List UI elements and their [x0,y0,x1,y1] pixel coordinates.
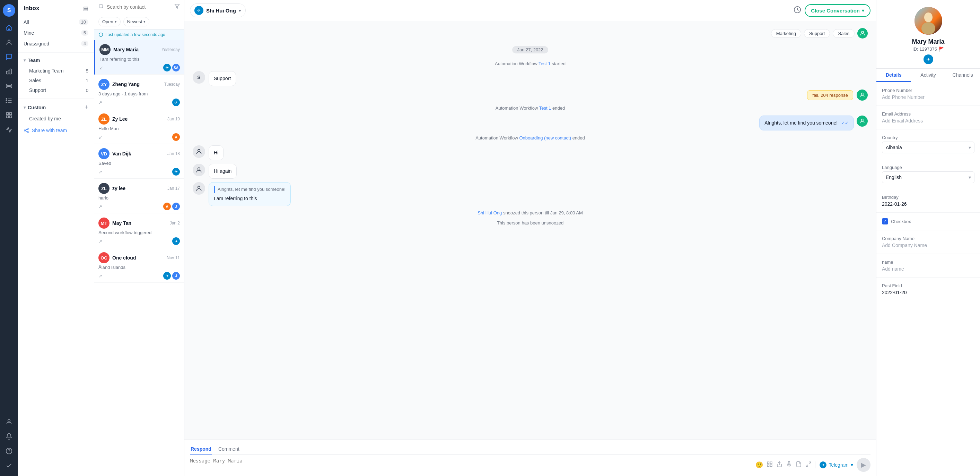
team-group-header[interactable]: ▾ Team [18,55,94,64]
home-nav-icon[interactable] [3,21,15,34]
conv-item-van-dijk[interactable]: VD Van Dijk Jan 18 Saved ↗ ✈ [94,144,184,179]
emoji-icon[interactable]: 🙂 [756,461,763,469]
sidebar-item-marketing[interactable]: Marketing Team 5 [18,66,94,76]
sidebar-item-support[interactable]: Support 0 [18,85,94,95]
sidebar-item-all-label: All [24,19,29,25]
svg-point-41 [921,22,935,35]
chart-nav-icon[interactable] [3,123,15,136]
bell-nav-icon[interactable] [3,430,15,443]
language-field: Language English French Spanish ▾ [877,159,980,189]
respond-tab[interactable]: Respond [190,444,212,455]
details-tab[interactable]: Details [877,69,911,82]
contacts-nav-icon[interactable] [3,36,15,49]
sidebar-item-all[interactable]: All 10 [18,17,94,27]
flag-icon: 🚩 [939,46,944,52]
contact-pill[interactable]: ✈ Shi Hui Ong ▾ [190,3,246,18]
filter-icon[interactable] [174,3,180,10]
sidebar-toggle-btn[interactable]: ▤ [83,5,88,12]
hi-again-avatar [192,164,205,176]
audio-icon[interactable] [786,461,792,469]
close-conversation-btn[interactable]: Close Conversation ▾ [805,4,870,17]
conv-preview-one-cloud: Åland Islands [99,265,180,270]
custom-add-icon[interactable]: + [84,104,88,111]
sidebar-item-mine[interactable]: Mine 5 [18,27,94,38]
conv-item-zy-lee[interactable]: ZL Zy Lee Jan 19 Hello Man ↙ A [94,109,184,144]
channel-selector[interactable]: ✈ Telegram ▾ [815,462,853,468]
conversations-nav-icon[interactable] [3,51,15,63]
channels-tab[interactable]: Channels [945,69,980,82]
open-filter-btn[interactable]: Open ▾ [99,17,121,26]
conv-icons-van-dijk: ↗ ✈ [99,168,180,176]
custom-group-header[interactable]: ▾ Custom + [18,101,94,112]
contact-avatar-img [915,7,942,35]
fail-row: fail. 204 response [192,89,868,101]
svg-point-20 [99,4,103,8]
tag-agent-avatar [858,28,868,38]
snooze-action: Shi Hui Ong snoozed this person till Jan… [192,209,868,216]
svg-rect-32 [768,465,769,466]
sidebar-item-sales[interactable]: Sales 1 [18,76,94,85]
workflow-link-2[interactable]: Test 1 [539,105,551,111]
phone-placeholder[interactable]: Add Phone Number [882,94,974,100]
quoted-avatar [192,182,205,195]
input-toolbar: 🙂 ✈ Telegram ▾ [756,458,870,472]
activity-tab[interactable]: Activity [911,69,946,82]
comment-tab[interactable]: Comment [218,444,240,455]
support-bubble: Support [208,71,236,86]
help-nav-icon[interactable] [3,445,15,457]
tag-sales[interactable]: Sales [833,29,854,38]
newest-filter-btn[interactable]: Newest ▾ [123,17,150,26]
check-nav-icon[interactable] [3,459,15,472]
grid-nav-icon[interactable] [3,109,15,121]
company-placeholder[interactable]: Add Company Name [882,243,974,248]
sidebar-item-unassigned[interactable]: Unassigned 4 [18,38,94,49]
hi-bubble: Hi [208,145,224,160]
svg-point-28 [198,168,200,170]
conv-item-zheng-yang[interactable]: ZY Zheng Yang Tuesday 3 days ago · 1 day… [94,75,184,109]
expand-icon[interactable] [805,461,811,469]
tag-support[interactable]: Support [804,29,830,38]
person-nav-icon[interactable] [3,415,15,428]
sidebar-item-created-by-me[interactable]: Created by me [18,114,94,123]
agent-bubble-avatar [857,115,868,127]
conv-item-zy-lee-2[interactable]: ZL zy lee Jan 17 harlo ↗ A J [94,179,184,213]
sidebar-item-created-by-me-label: Created by me [29,116,61,121]
message-input[interactable] [190,458,752,472]
contact-name: Shi Hui Ong [206,8,236,14]
conv-item-mary-maria[interactable]: MM Mary Maria Yesterday I am referring t… [94,40,184,75]
agent-avatar-j: J [172,203,180,210]
share-with-team-btn[interactable]: Share with team [18,125,94,136]
search-input[interactable] [107,4,172,10]
conversation-list: Open ▾ Newest ▾ Last updated a few secon… [94,0,185,476]
conv-item-may-tan[interactable]: MT May Tan Jan 2 Second workflow trigger… [94,213,184,248]
checkbox-input[interactable]: ✓ [882,218,888,224]
share-icon-input[interactable] [776,461,783,469]
reports-nav-icon[interactable] [3,65,15,78]
lists-nav-icon[interactable] [3,94,15,107]
language-select[interactable]: English French Spanish [882,171,974,183]
tag-marketing[interactable]: Marketing [771,29,801,38]
conv-item-one-cloud[interactable]: OC One cloud Nov 11 Åland Islands ↗ ✈ J [94,248,184,283]
language-label: Language [882,165,974,170]
snooze-icon[interactable] [794,6,801,15]
radio-nav-icon[interactable] [3,80,15,92]
send-button[interactable]: ▶ [857,458,870,472]
contact-id-row: ID: 1297375 🚩 [912,46,944,52]
newest-filter-label: Newest [127,19,142,24]
conv-preview-van-dijk: Saved [99,161,180,166]
team-items: Marketing Team 5 Sales 1 Support 0 [18,64,94,96]
conv-time-may-tan: Jan 2 [170,220,180,225]
email-placeholder[interactable]: Add Email Address [882,118,974,123]
contact-telegram-icon[interactable]: ✈ [924,54,933,64]
attachment-icon[interactable] [767,461,773,469]
workflow-link-1[interactable]: Test 1 [539,61,550,66]
svg-line-19 [25,129,27,130]
svg-line-21 [102,7,103,8]
name-placeholder[interactable]: Add name [882,266,974,272]
share-icon [24,128,29,133]
template-icon[interactable] [795,461,802,469]
country-select[interactable]: Albania USA UK [882,142,974,153]
conv-icons-zheng-yang: ↗ ✈ [99,99,180,106]
user-avatar[interactable]: S [3,4,15,17]
workflow-link-3[interactable]: Onboarding (new contact) [519,135,571,141]
